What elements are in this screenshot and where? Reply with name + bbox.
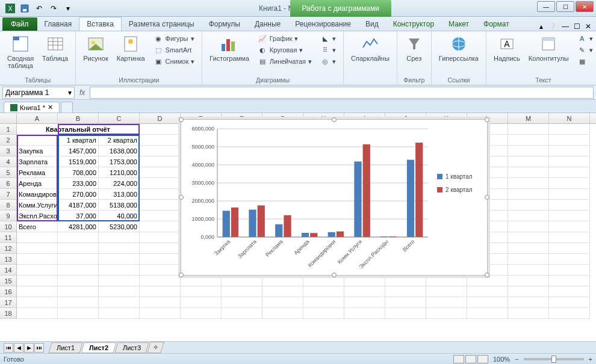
chart-handle-s[interactable] bbox=[332, 273, 337, 277]
zoom-in-button[interactable]: + bbox=[589, 356, 592, 363]
headerfooter-button[interactable]: Колонтитулы bbox=[526, 33, 571, 75]
row-8[interactable]: 8 bbox=[0, 200, 17, 211]
tab-design[interactable]: Конструктор bbox=[386, 17, 441, 31]
chart-handle-n[interactable] bbox=[332, 117, 337, 122]
qat-dropdown-icon[interactable]: ▾ bbox=[61, 2, 75, 14]
doc-close-icon[interactable]: ✕ bbox=[585, 22, 591, 31]
row-1[interactable]: 1 bbox=[0, 124, 17, 135]
view-normal-button[interactable] bbox=[453, 355, 464, 363]
fx-icon[interactable]: fx bbox=[77, 88, 87, 97]
tab-home[interactable]: Главная bbox=[37, 17, 79, 31]
row-3[interactable]: 3 bbox=[0, 146, 17, 156]
sheet-nav-first[interactable]: ⏮ bbox=[4, 343, 13, 353]
shapes-button[interactable]: ◉Фигуры ▾ bbox=[151, 33, 197, 44]
undo-icon[interactable]: ↶ bbox=[33, 2, 46, 14]
tab-formulas[interactable]: Формулы bbox=[202, 17, 247, 31]
sheet-tab-2[interactable]: Лист2 bbox=[81, 342, 117, 353]
doc-minimize-icon[interactable]: — bbox=[562, 22, 569, 31]
col-N[interactable]: N bbox=[549, 113, 590, 123]
maximize-button[interactable]: ☐ bbox=[556, 1, 574, 12]
bar-chart-button[interactable]: ▤Линейчатая ▾ bbox=[255, 56, 314, 67]
histogram-button[interactable]: Гистограмма bbox=[207, 33, 252, 75]
chart-handle-se[interactable] bbox=[485, 273, 489, 277]
row-9[interactable]: 9 bbox=[0, 211, 17, 221]
pivot-table-button[interactable]: Сводная таблица bbox=[5, 33, 36, 75]
col-M[interactable]: M bbox=[508, 113, 549, 123]
row-6[interactable]: 6 bbox=[0, 178, 17, 189]
tab-format[interactable]: Формат bbox=[476, 17, 517, 31]
sparklines-button[interactable]: Спарклайны bbox=[349, 33, 392, 82]
col-D[interactable]: D bbox=[140, 113, 181, 123]
tab-review[interactable]: Рецензирование bbox=[288, 17, 358, 31]
row-10[interactable]: 10 bbox=[0, 221, 17, 232]
row-18[interactable]: 18 bbox=[0, 308, 17, 319]
row-5[interactable]: 5 bbox=[0, 167, 17, 178]
help-icon[interactable]: ❔ bbox=[548, 22, 557, 31]
row-4[interactable]: 4 bbox=[0, 156, 17, 167]
zoom-slider[interactable] bbox=[524, 358, 584, 360]
doc-restore-icon[interactable]: ☐ bbox=[574, 22, 580, 31]
close-button[interactable]: ✕ bbox=[576, 1, 594, 12]
row-14[interactable]: 14 bbox=[0, 265, 17, 276]
tab-view[interactable]: Вид bbox=[358, 17, 386, 31]
row-12[interactable]: 12 bbox=[0, 243, 17, 254]
redo-icon[interactable]: ↷ bbox=[47, 2, 60, 14]
zoom-out-button[interactable]: − bbox=[515, 356, 518, 363]
minimize-button[interactable]: — bbox=[537, 1, 555, 12]
tab-insert[interactable]: Вставка bbox=[79, 17, 122, 31]
chart-handle-ne[interactable] bbox=[485, 117, 489, 122]
name-box[interactable]: Диаграмма 1▾ bbox=[2, 87, 75, 99]
scatter-chart-button[interactable]: ⠿▾ bbox=[318, 45, 338, 55]
col-A[interactable]: A bbox=[17, 113, 58, 123]
row-11[interactable]: 11 bbox=[0, 232, 17, 243]
sheet-nav-last[interactable]: ⏭ bbox=[34, 343, 44, 353]
chart-object[interactable]: 0,0001000,0002000,0003000,0004000,000500… bbox=[181, 119, 488, 276]
chart-handle-sw[interactable] bbox=[179, 273, 184, 277]
view-pagelayout-button[interactable] bbox=[465, 355, 476, 363]
row-16[interactable]: 16 bbox=[0, 286, 17, 297]
picture-button[interactable]: Рисунок bbox=[81, 33, 111, 75]
slicer-button[interactable]: Срез bbox=[402, 33, 426, 75]
object-button[interactable]: ▦ bbox=[575, 56, 595, 67]
chart-handle-w[interactable] bbox=[179, 195, 184, 200]
workbook-tab[interactable]: Книга1 * ✕ bbox=[4, 102, 60, 113]
sheet-tab-3[interactable]: Лист3 bbox=[115, 342, 149, 353]
col-B[interactable]: B bbox=[58, 113, 99, 123]
chart-handle-e[interactable] bbox=[485, 195, 489, 200]
table-button[interactable]: Таблица bbox=[40, 33, 70, 75]
worksheet-grid[interactable]: A B C D E F G H I J K L M N 123456789101… bbox=[0, 113, 596, 342]
excel-icon[interactable]: X bbox=[4, 2, 17, 14]
area-chart-button[interactable]: ◣▾ bbox=[318, 33, 338, 44]
col-C[interactable]: C bbox=[99, 113, 140, 123]
sheet-nav-next[interactable]: ▶ bbox=[24, 343, 34, 353]
view-pagebreak-button[interactable] bbox=[477, 355, 488, 363]
tab-layout[interactable]: Макет bbox=[441, 17, 476, 31]
zoom-thumb[interactable] bbox=[551, 356, 556, 363]
wordart-button[interactable]: A▾ bbox=[575, 33, 595, 44]
new-workbook-tab[interactable] bbox=[61, 102, 73, 113]
tab-pagelayout[interactable]: Разметка страницы bbox=[122, 17, 202, 31]
row-15[interactable]: 15 bbox=[0, 276, 17, 286]
row-7[interactable]: 7 bbox=[0, 189, 17, 200]
workbook-close-icon[interactable]: ✕ bbox=[48, 103, 53, 111]
row-13[interactable]: 13 bbox=[0, 254, 17, 265]
zoom-level[interactable]: 100% bbox=[493, 356, 510, 363]
save-icon[interactable] bbox=[18, 2, 31, 14]
chart-handle-nw[interactable] bbox=[179, 117, 184, 122]
hyperlink-button[interactable]: Гиперссылка bbox=[436, 33, 481, 75]
line-chart-button[interactable]: 📈График ▾ bbox=[255, 33, 314, 44]
smartart-button[interactable]: ⬚SmartArt bbox=[151, 45, 197, 55]
clipart-button[interactable]: Картинка bbox=[114, 33, 147, 75]
textbox-button[interactable]: AНадпись bbox=[491, 33, 523, 75]
sheet-nav-prev[interactable]: ◀ bbox=[14, 343, 23, 353]
tab-data[interactable]: Данные bbox=[247, 17, 288, 31]
screenshot-button[interactable]: ▣Снимок ▾ bbox=[151, 56, 197, 67]
pie-chart-button[interactable]: ◐Круговая ▾ bbox=[255, 45, 314, 55]
other-chart-button[interactable]: ◎▾ bbox=[318, 56, 338, 67]
tab-file[interactable]: Файл bbox=[2, 17, 37, 31]
signature-button[interactable]: ✎▾ bbox=[575, 45, 595, 55]
select-all-corner[interactable] bbox=[0, 113, 17, 123]
ribbon-minimize-icon[interactable]: ▴ bbox=[539, 22, 543, 31]
row-2[interactable]: 2 bbox=[0, 135, 17, 146]
new-sheet-button[interactable]: ✧ bbox=[147, 342, 164, 353]
